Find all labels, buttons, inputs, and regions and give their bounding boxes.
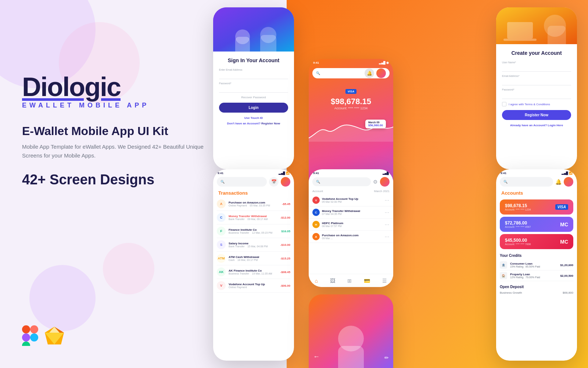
create-email-label: Email Address*: [502, 75, 571, 77]
credits-section: Your Credits 🏦 Consumer Loan 15% Rating …: [496, 251, 577, 283]
acct-avatar[interactable]: [380, 177, 390, 187]
property-loan-icon: 🏠: [500, 272, 507, 279]
create-password-label: Password*: [502, 88, 571, 91]
acct-search-bar[interactable]: 🔍: [312, 177, 371, 186]
username-group: User Name*: [502, 61, 571, 72]
wallet-amount: $98,678.15: [312, 97, 390, 106]
back-arrow-icon[interactable]: ←: [313, 353, 320, 361]
create-email-input[interactable]: [502, 78, 571, 85]
create-header-photo: [496, 7, 577, 44]
credits-title: Your Credits: [500, 254, 573, 258]
search-icon: 🔍: [316, 71, 320, 75]
notification-icon[interactable]: 🔔: [365, 68, 374, 78]
figma-icon: [22, 325, 38, 346]
bottom-nav-acct: ⌂ 🖼 ⊞ 💳 ☰: [309, 274, 393, 287]
create-content: Create your Account User Name* Email Add…: [496, 44, 577, 133]
svg-rect-2: [22, 333, 30, 342]
signal-icons: ▂▄█ ◉: [379, 61, 389, 64]
edit-icon[interactable]: ✏: [384, 355, 389, 361]
tx-user-avatar[interactable]: [281, 177, 290, 187]
phone-create-account: Create your Account User Name* Email Add…: [496, 7, 577, 169]
brand-subtitle: eWallet Mobile App: [22, 102, 206, 109]
item-more-icon[interactable]: ···: [385, 198, 390, 203]
grid-nav-icon[interactable]: ⊞: [347, 278, 352, 284]
visa-logo: VISA: [345, 89, 357, 94]
touch-id-link[interactable]: Use Touch ID: [219, 116, 288, 120]
svg-rect-10: [213, 7, 294, 52]
photo-nav-icon[interactable]: 🖼: [330, 278, 335, 284]
business-growth-amount: $68,800: [563, 291, 573, 294]
email-label: Enter Email Address: [219, 68, 288, 71]
account-card-3: $45,500.00 Account: **** **** 7896 MC: [500, 234, 573, 249]
tooltip-date: March 09: [368, 121, 383, 124]
menu-nav-icon[interactable]: ☰: [382, 278, 387, 284]
table-row: A Purchase on Amazon.com Online Payment …: [217, 197, 290, 211]
item-more-icon-3[interactable]: ···: [385, 222, 390, 227]
signin-bg-graphic: [213, 7, 294, 52]
email-input[interactable]: [219, 72, 288, 79]
item-more-icon-2[interactable]: ···: [385, 210, 390, 215]
accounts-bell-icon[interactable]: 🔔: [555, 179, 562, 185]
item-more-icon-4[interactable]: ···: [385, 234, 390, 239]
create-password-input[interactable]: [502, 92, 571, 99]
left-panel: Diologic eWallet Mobile App E-Wallet Mob…: [22, 74, 206, 188]
chart-area: March 09 $56,980.00: [309, 120, 393, 142]
create-title: Create your Account: [502, 50, 571, 56]
count-label: Screen Designs: [50, 172, 154, 187]
phone-signin: Sign In Your Account Enter Email Address…: [213, 7, 294, 169]
accounts-avatar[interactable]: [564, 177, 573, 187]
home-nav-icon[interactable]: ⌂: [315, 278, 318, 284]
tx-search-row: 🔍 📅: [213, 176, 294, 188]
tx-icon-atm: ATM: [217, 254, 226, 263]
svg-rect-22: [338, 346, 364, 368]
password-group: Password*: [219, 82, 288, 93]
tagline: E-Wallet Mobile App UI Kit: [22, 124, 206, 138]
terms-label: I agree with Terms & Conditions: [509, 103, 550, 106]
card1-type: VISA: [555, 204, 568, 210]
login-button[interactable]: Login: [219, 103, 288, 113]
accounts-section-title: Accounts: [496, 188, 577, 197]
consumer-loan-icon: 🏦: [500, 261, 507, 269]
count-number: 42+: [22, 172, 46, 187]
table-row: ATM ATM Cash Withdrawal Cash 18 Mar, 03:…: [217, 252, 290, 265]
create-password-group: Password*: [502, 88, 571, 99]
terms-row: I agree with Terms & Conditions: [502, 102, 571, 106]
tx-time: 9:41: [218, 171, 223, 175]
register-link[interactable]: Register Now: [261, 122, 280, 125]
acct-date-label: March 2021: [374, 190, 390, 193]
user-avatar[interactable]: [376, 68, 386, 78]
wallet-nav-icon[interactable]: 💳: [364, 278, 370, 284]
svg-rect-1: [30, 325, 38, 333]
card3-amount: $45,500.00: [505, 238, 531, 243]
calendar-icon[interactable]: 📅: [269, 177, 279, 187]
acct-header-label: Account: [312, 190, 323, 193]
search-bar-wallet[interactable]: 🔍 🔔: [312, 68, 390, 78]
tx-icon-fi: F: [217, 227, 226, 236]
tx-icon-citi: C: [217, 213, 226, 222]
list-item: H HDFC Platinum 08 Mar 07:57 PM ···: [309, 219, 393, 231]
bg-decoration-3: [29, 265, 96, 331]
tx-icon-amazon: A: [217, 199, 226, 208]
acct-filter-icon[interactable]: ⚙: [373, 179, 378, 185]
table-row: C Money Transfer Withdrawal Bank Transfe…: [217, 211, 290, 224]
tx-info-3: Finance Institute Co Business Transfer 1…: [229, 228, 279, 234]
vodafone-icon: V: [312, 197, 320, 204]
password-input[interactable]: [219, 85, 288, 93]
tx-search-bar[interactable]: 🔍: [217, 177, 267, 187]
svg-point-4: [30, 333, 38, 342]
credit2-amount: $2,00,500: [560, 274, 573, 277]
citi-icon: C: [312, 209, 320, 216]
acct-list-header: Account March 2021: [309, 188, 393, 194]
credit1-amount: $1,20,600: [560, 263, 573, 267]
card3-type: MC: [560, 239, 568, 245]
accounts-time: 9:41: [501, 171, 506, 175]
accounts-search-bar[interactable]: 🔍: [500, 177, 553, 187]
wallet-card: VISA $98,678.15 Account: **** **** 1234: [309, 81, 393, 116]
register-button[interactable]: Register Now: [502, 110, 571, 120]
transactions-list: A Purchase on Amazon.com Online Payment …: [213, 197, 294, 293]
terms-checkbox[interactable]: [502, 102, 506, 106]
login-here-link[interactable]: Login Here: [548, 124, 563, 127]
username-input[interactable]: [502, 64, 571, 72]
recover-label[interactable]: Recover Password: [219, 96, 288, 99]
card2-type: MC: [560, 222, 568, 227]
